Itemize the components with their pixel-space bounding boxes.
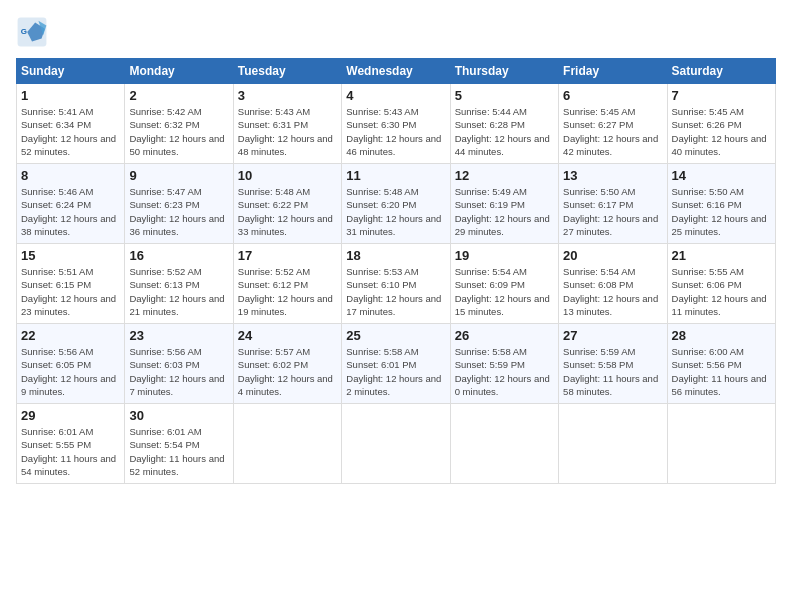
day-number: 30	[129, 408, 228, 423]
day-info: Sunrise: 5:48 AM Sunset: 6:22 PM Dayligh…	[238, 185, 337, 238]
calendar-week-2: 8 Sunrise: 5:46 AM Sunset: 6:24 PM Dayli…	[17, 164, 776, 244]
day-number: 17	[238, 248, 337, 263]
day-info: Sunrise: 6:00 AM Sunset: 5:56 PM Dayligh…	[672, 345, 771, 398]
day-number: 6	[563, 88, 662, 103]
calendar-cell: 23 Sunrise: 5:56 AM Sunset: 6:03 PM Dayl…	[125, 324, 233, 404]
calendar-cell: 29 Sunrise: 6:01 AM Sunset: 5:55 PM Dayl…	[17, 404, 125, 484]
day-number: 21	[672, 248, 771, 263]
day-number: 12	[455, 168, 554, 183]
day-info: Sunrise: 5:55 AM Sunset: 6:06 PM Dayligh…	[672, 265, 771, 318]
weekday-wednesday: Wednesday	[342, 59, 450, 84]
day-info: Sunrise: 5:45 AM Sunset: 6:27 PM Dayligh…	[563, 105, 662, 158]
weekday-tuesday: Tuesday	[233, 59, 341, 84]
day-number: 26	[455, 328, 554, 343]
weekday-monday: Monday	[125, 59, 233, 84]
day-info: Sunrise: 6:01 AM Sunset: 5:55 PM Dayligh…	[21, 425, 120, 478]
day-number: 4	[346, 88, 445, 103]
day-number: 18	[346, 248, 445, 263]
day-number: 15	[21, 248, 120, 263]
day-number: 7	[672, 88, 771, 103]
day-info: Sunrise: 5:51 AM Sunset: 6:15 PM Dayligh…	[21, 265, 120, 318]
day-number: 25	[346, 328, 445, 343]
calendar-week-1: 1 Sunrise: 5:41 AM Sunset: 6:34 PM Dayli…	[17, 84, 776, 164]
calendar-cell: 4 Sunrise: 5:43 AM Sunset: 6:30 PM Dayli…	[342, 84, 450, 164]
day-number: 10	[238, 168, 337, 183]
day-info: Sunrise: 5:56 AM Sunset: 6:03 PM Dayligh…	[129, 345, 228, 398]
day-number: 29	[21, 408, 120, 423]
day-info: Sunrise: 5:43 AM Sunset: 6:31 PM Dayligh…	[238, 105, 337, 158]
calendar-cell: 12 Sunrise: 5:49 AM Sunset: 6:19 PM Dayl…	[450, 164, 558, 244]
calendar-cell: 16 Sunrise: 5:52 AM Sunset: 6:13 PM Dayl…	[125, 244, 233, 324]
day-number: 27	[563, 328, 662, 343]
calendar-week-5: 29 Sunrise: 6:01 AM Sunset: 5:55 PM Dayl…	[17, 404, 776, 484]
calendar-cell: 11 Sunrise: 5:48 AM Sunset: 6:20 PM Dayl…	[342, 164, 450, 244]
calendar-cell: 17 Sunrise: 5:52 AM Sunset: 6:12 PM Dayl…	[233, 244, 341, 324]
day-number: 9	[129, 168, 228, 183]
day-number: 16	[129, 248, 228, 263]
weekday-saturday: Saturday	[667, 59, 775, 84]
calendar-cell: 1 Sunrise: 5:41 AM Sunset: 6:34 PM Dayli…	[17, 84, 125, 164]
calendar-cell: 30 Sunrise: 6:01 AM Sunset: 5:54 PM Dayl…	[125, 404, 233, 484]
day-info: Sunrise: 5:42 AM Sunset: 6:32 PM Dayligh…	[129, 105, 228, 158]
day-number: 14	[672, 168, 771, 183]
day-info: Sunrise: 5:54 AM Sunset: 6:09 PM Dayligh…	[455, 265, 554, 318]
calendar-cell: 5 Sunrise: 5:44 AM Sunset: 6:28 PM Dayli…	[450, 84, 558, 164]
day-number: 28	[672, 328, 771, 343]
logo: G	[16, 16, 52, 48]
day-number: 24	[238, 328, 337, 343]
day-number: 5	[455, 88, 554, 103]
day-info: Sunrise: 5:57 AM Sunset: 6:02 PM Dayligh…	[238, 345, 337, 398]
day-info: Sunrise: 5:48 AM Sunset: 6:20 PM Dayligh…	[346, 185, 445, 238]
page-header: G	[16, 16, 776, 48]
weekday-friday: Friday	[559, 59, 667, 84]
calendar-cell: 3 Sunrise: 5:43 AM Sunset: 6:31 PM Dayli…	[233, 84, 341, 164]
day-info: Sunrise: 5:56 AM Sunset: 6:05 PM Dayligh…	[21, 345, 120, 398]
day-info: Sunrise: 5:59 AM Sunset: 5:58 PM Dayligh…	[563, 345, 662, 398]
calendar-cell	[559, 404, 667, 484]
logo-icon: G	[16, 16, 48, 48]
calendar-cell: 13 Sunrise: 5:50 AM Sunset: 6:17 PM Dayl…	[559, 164, 667, 244]
day-info: Sunrise: 5:53 AM Sunset: 6:10 PM Dayligh…	[346, 265, 445, 318]
day-number: 2	[129, 88, 228, 103]
weekday-sunday: Sunday	[17, 59, 125, 84]
calendar-body: 1 Sunrise: 5:41 AM Sunset: 6:34 PM Dayli…	[17, 84, 776, 484]
calendar-cell: 6 Sunrise: 5:45 AM Sunset: 6:27 PM Dayli…	[559, 84, 667, 164]
calendar-cell	[667, 404, 775, 484]
calendar-cell: 25 Sunrise: 5:58 AM Sunset: 6:01 PM Dayl…	[342, 324, 450, 404]
calendar-cell: 26 Sunrise: 5:58 AM Sunset: 5:59 PM Dayl…	[450, 324, 558, 404]
day-info: Sunrise: 5:46 AM Sunset: 6:24 PM Dayligh…	[21, 185, 120, 238]
day-info: Sunrise: 5:47 AM Sunset: 6:23 PM Dayligh…	[129, 185, 228, 238]
calendar-cell: 24 Sunrise: 5:57 AM Sunset: 6:02 PM Dayl…	[233, 324, 341, 404]
day-number: 22	[21, 328, 120, 343]
weekday-header-row: SundayMondayTuesdayWednesdayThursdayFrid…	[17, 59, 776, 84]
calendar-cell: 15 Sunrise: 5:51 AM Sunset: 6:15 PM Dayl…	[17, 244, 125, 324]
calendar-cell: 7 Sunrise: 5:45 AM Sunset: 6:26 PM Dayli…	[667, 84, 775, 164]
day-number: 1	[21, 88, 120, 103]
day-number: 19	[455, 248, 554, 263]
day-info: Sunrise: 5:50 AM Sunset: 6:17 PM Dayligh…	[563, 185, 662, 238]
day-info: Sunrise: 5:45 AM Sunset: 6:26 PM Dayligh…	[672, 105, 771, 158]
calendar-cell: 14 Sunrise: 5:50 AM Sunset: 6:16 PM Dayl…	[667, 164, 775, 244]
day-info: Sunrise: 5:41 AM Sunset: 6:34 PM Dayligh…	[21, 105, 120, 158]
calendar-cell: 10 Sunrise: 5:48 AM Sunset: 6:22 PM Dayl…	[233, 164, 341, 244]
calendar-cell: 28 Sunrise: 6:00 AM Sunset: 5:56 PM Dayl…	[667, 324, 775, 404]
calendar-cell: 20 Sunrise: 5:54 AM Sunset: 6:08 PM Dayl…	[559, 244, 667, 324]
day-number: 20	[563, 248, 662, 263]
day-info: Sunrise: 5:52 AM Sunset: 6:13 PM Dayligh…	[129, 265, 228, 318]
weekday-thursday: Thursday	[450, 59, 558, 84]
day-info: Sunrise: 5:58 AM Sunset: 5:59 PM Dayligh…	[455, 345, 554, 398]
day-info: Sunrise: 5:44 AM Sunset: 6:28 PM Dayligh…	[455, 105, 554, 158]
calendar-cell: 9 Sunrise: 5:47 AM Sunset: 6:23 PM Dayli…	[125, 164, 233, 244]
day-info: Sunrise: 5:50 AM Sunset: 6:16 PM Dayligh…	[672, 185, 771, 238]
calendar-cell	[342, 404, 450, 484]
calendar-table: SundayMondayTuesdayWednesdayThursdayFrid…	[16, 58, 776, 484]
day-info: Sunrise: 5:49 AM Sunset: 6:19 PM Dayligh…	[455, 185, 554, 238]
day-info: Sunrise: 5:58 AM Sunset: 6:01 PM Dayligh…	[346, 345, 445, 398]
calendar-cell	[450, 404, 558, 484]
calendar-week-3: 15 Sunrise: 5:51 AM Sunset: 6:15 PM Dayl…	[17, 244, 776, 324]
day-info: Sunrise: 6:01 AM Sunset: 5:54 PM Dayligh…	[129, 425, 228, 478]
day-number: 8	[21, 168, 120, 183]
calendar-cell: 27 Sunrise: 5:59 AM Sunset: 5:58 PM Dayl…	[559, 324, 667, 404]
day-number: 3	[238, 88, 337, 103]
day-number: 11	[346, 168, 445, 183]
